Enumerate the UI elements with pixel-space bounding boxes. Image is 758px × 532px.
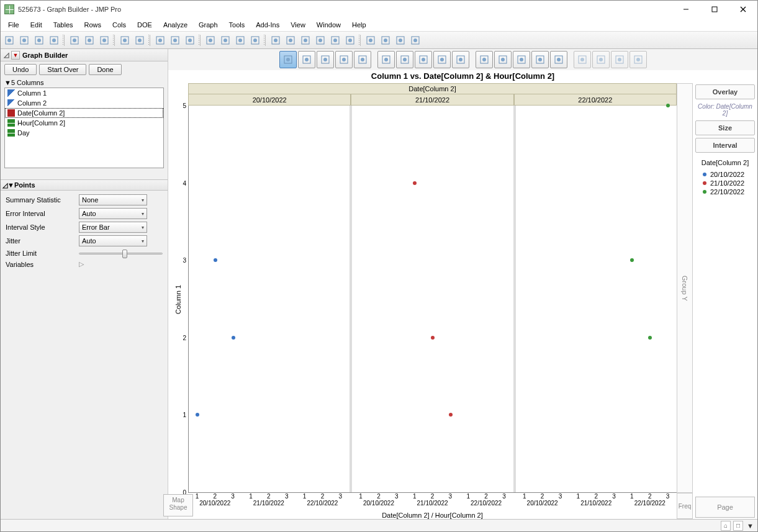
scatter-icon[interactable] [279,51,297,68]
compass-icon[interactable] [248,34,262,47]
data-point[interactable] [449,413,453,417]
chart-title[interactable]: Column 1 vs. Date[Column 2] & Hour[Colum… [168,70,757,83]
statusbar-menu-icon[interactable]: ▼ [746,522,755,530]
data-point[interactable] [648,336,652,340]
crosshair2-icon[interactable] [328,34,342,47]
formula-icon[interactable] [592,51,610,68]
close-button[interactable] [729,1,757,18]
ellipse-icon[interactable] [408,34,422,47]
plot-panel[interactable] [350,106,513,492]
undo-button[interactable]: Undo [4,64,37,75]
interval-dropzone[interactable]: Interval [695,138,755,153]
page-icon[interactable] [2,34,16,47]
group-y-dropzone[interactable]: Group Y [677,83,693,493]
summary-statistic-select[interactable]: None▾ [79,194,147,205]
plot-panel[interactable] [513,106,677,492]
data-point[interactable] [214,258,217,262]
copy-icon[interactable] [83,34,96,47]
maximize-button[interactable] [700,1,729,18]
open-icon[interactable] [32,34,46,47]
table-icon[interactable] [574,51,591,68]
interval-style-select[interactable]: Error Bar▾ [79,222,147,233]
window-list-icon[interactable]: □ [733,521,743,531]
new-table-icon[interactable] [17,34,31,47]
panel-header[interactable]: 22/10/2022 [514,94,677,106]
columns-header[interactable]: ▼ 5 Columns [1,78,168,88]
red-triangle-icon[interactable]: ▼ [4,79,11,86]
smoother-icon[interactable] [317,51,334,68]
done-button[interactable]: Done [89,64,121,75]
home-icon[interactable]: ⌂ [721,521,731,531]
startover-button[interactable]: Start Over [39,64,86,75]
parallel-icon[interactable] [550,51,567,68]
size-dropzone[interactable]: Size [695,120,755,135]
legend[interactable]: 20/10/202221/10/202222/10/2022 [695,169,755,197]
menu-rows[interactable]: Rows [79,20,107,30]
variables-disclose-icon[interactable]: ▷ [79,260,163,268]
menu-analyze[interactable]: Analyze [158,20,192,30]
pie-icon[interactable] [494,51,512,68]
crosshair-icon[interactable] [233,34,247,47]
paste-icon[interactable] [97,34,111,47]
jitter-select[interactable]: Auto▾ [79,235,147,246]
legend-item[interactable]: 22/10/2022 [698,187,752,196]
menu-cols[interactable]: Cols [107,20,131,30]
menu-doe[interactable]: DOE [132,20,157,30]
bullet-icon[interactable] [611,51,628,68]
minimize-button[interactable] [672,1,700,18]
data-point[interactable] [196,413,199,417]
data-point[interactable] [232,336,235,340]
jitter-limit-slider[interactable] [79,249,163,258]
menu-tools[interactable]: Tools [224,20,250,30]
help-icon[interactable] [219,34,232,47]
menu-help[interactable]: Help [347,20,371,30]
distribution-icon[interactable] [168,34,182,47]
points-jitter-icon[interactable] [298,51,315,68]
mosaic-icon[interactable] [476,51,493,68]
plot-area[interactable]: 012345 [188,106,677,493]
fit-icon[interactable] [183,34,197,47]
menu-tables[interactable]: Tables [48,20,78,30]
data-point[interactable] [630,258,634,262]
area-icon[interactable] [415,51,432,68]
legend-item[interactable]: 20/10/2022 [698,170,752,179]
legend-item[interactable]: 21/10/2022 [698,179,752,187]
lock-icon[interactable] [133,34,147,47]
column-item[interactable]: Day [5,128,163,138]
zoom-icon[interactable] [314,34,327,47]
error-interval-select[interactable]: Auto▾ [79,208,147,219]
histogram-horiz-icon[interactable] [452,51,469,68]
color-dropzone[interactable]: Color: Date[Column 2] [695,102,755,118]
bar-icon[interactable] [396,51,413,68]
map-icon[interactable] [629,51,647,68]
contour-icon[interactable] [335,51,353,68]
database-icon[interactable] [118,34,132,47]
heatmap-small-icon[interactable] [354,51,371,68]
data-point[interactable] [431,336,435,340]
panel-header[interactable]: 21/10/2022 [351,94,513,106]
arrow-icon[interactable] [204,34,217,47]
freq-dropzone[interactable]: Freq [677,493,693,519]
boxplot-icon[interactable] [433,51,451,68]
ruler-icon[interactable] [343,34,357,47]
page-dropzone[interactable]: Page [695,497,755,518]
menu-add-ins[interactable]: Add-Ins [251,20,284,30]
shape-ann-icon[interactable] [379,34,392,47]
summary-icon[interactable] [153,34,167,47]
lasso-icon[interactable] [299,34,312,47]
treemap-icon[interactable] [513,51,530,68]
map-shape-dropzone[interactable]: MapShape [163,494,193,516]
panel-header[interactable]: 20/10/2022 [188,94,351,106]
column-item[interactable]: Hour[Column 2] [5,118,163,128]
line-icon[interactable] [377,51,395,68]
heatmap-icon[interactable] [531,51,549,68]
menu-graph[interactable]: Graph [194,20,223,30]
plot-panel[interactable] [189,106,350,492]
points-header[interactable]: ◿ ▼ Points [1,179,168,191]
group-x-header[interactable]: Date[Column 2] [188,83,677,94]
overlay-dropzone[interactable]: Overlay [695,84,755,99]
column-item[interactable]: Column 1 [5,88,163,98]
save-icon[interactable] [47,34,61,47]
menu-file[interactable]: File [3,20,24,30]
brush-icon[interactable] [284,34,297,47]
